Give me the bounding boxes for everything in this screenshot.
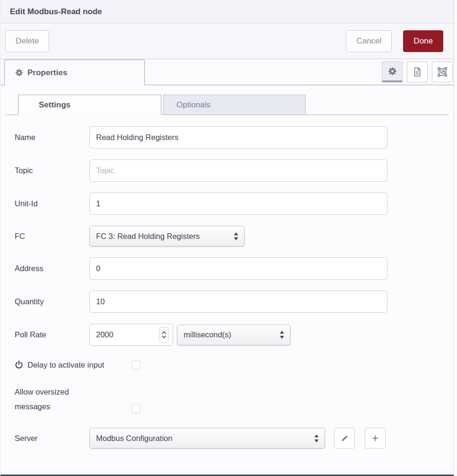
- delay-checkbox[interactable]: [132, 361, 141, 370]
- tab-settings[interactable]: Settings: [18, 95, 161, 115]
- power-icon: [15, 360, 23, 370]
- poll-rate-stepper[interactable]: [159, 327, 169, 343]
- delay-row: Delay to activate input: [15, 360, 454, 370]
- dialog-buttonbar: Delete Cancel Done: [0, 24, 454, 59]
- dialog-header: Edit Modbus-Read node: [0, 0, 454, 24]
- allow-oversized-checkbox[interactable]: [132, 404, 141, 413]
- delay-label: Delay to activate input: [27, 361, 104, 370]
- topic-row: Topic: [15, 159, 454, 182]
- server-select-value: Modbus Configuration: [96, 434, 172, 443]
- tab-optionals-label: Optionals: [176, 100, 211, 110]
- quantity-label: Quantity: [15, 297, 89, 306]
- done-button[interactable]: Done: [403, 30, 443, 52]
- properties-gear-button[interactable]: [382, 62, 403, 82]
- name-row: Name: [15, 126, 454, 149]
- address-input[interactable]: [89, 257, 387, 280]
- unit-id-input[interactable]: [89, 193, 387, 215]
- delete-button[interactable]: Delete: [5, 30, 49, 52]
- editor-tab-buttons: [382, 62, 453, 82]
- gear-icon: [388, 67, 397, 76]
- dialog-title: Edit Modbus-Read node: [10, 7, 102, 17]
- editor-tabs: Properties: [0, 59, 454, 85]
- unit-id-row: Unit-Id: [15, 193, 454, 215]
- select-updown-icon: [314, 434, 319, 442]
- unit-id-label: Unit-Id: [15, 199, 89, 208]
- tab-optionals[interactable]: Optionals: [163, 95, 306, 115]
- tab-properties[interactable]: Properties: [4, 60, 145, 85]
- properties-form: Settings Optionals Name Topic Unit-Id FC…: [0, 85, 454, 449]
- server-label: Server: [15, 434, 89, 443]
- poll-rate-unit-select[interactable]: millisecond(s): [177, 325, 290, 345]
- allow-oversized-row: Allow oversized messages: [15, 385, 454, 414]
- select-updown-icon: [280, 331, 284, 339]
- add-server-button[interactable]: +: [365, 428, 386, 449]
- server-row: Server Modbus Configuration +: [15, 428, 454, 449]
- address-row: Address: [15, 257, 454, 280]
- allow-oversized-label: Allow oversized messages: [15, 385, 132, 414]
- edit-node-tray: Edit Modbus-Read node Delete Cancel Done: [0, 0, 454, 476]
- quantity-row: Quantity: [15, 291, 454, 313]
- name-label: Name: [15, 133, 89, 142]
- fc-row: FC FC 3: Read Holding Registers: [15, 226, 454, 247]
- appearance-icon: [437, 67, 448, 77]
- delay-label-group: Delay to activate input: [15, 360, 132, 370]
- fc-select-value: FC 3: Read Holding Registers: [96, 232, 200, 241]
- topic-input[interactable]: [89, 159, 387, 182]
- settings-subtabs: Settings Optionals: [5, 95, 449, 115]
- allow-oversized-label-line2: messages: [15, 399, 132, 414]
- description-tab-button[interactable]: [407, 62, 428, 82]
- poll-rate-field: [89, 324, 173, 346]
- fc-select[interactable]: FC 3: Read Holding Registers: [89, 226, 245, 247]
- name-input[interactable]: [89, 126, 387, 149]
- document-icon: [412, 67, 422, 77]
- topic-label: Topic: [15, 166, 89, 175]
- address-label: Address: [15, 264, 89, 273]
- quantity-input[interactable]: [89, 291, 387, 313]
- poll-rate-label: Poll Rate: [15, 330, 89, 339]
- allow-oversized-label-line1: Allow oversized: [15, 385, 132, 399]
- poll-rate-row: Poll Rate millisecond(s): [15, 324, 454, 346]
- server-select[interactable]: Modbus Configuration: [89, 428, 325, 449]
- fc-label: FC: [15, 232, 89, 241]
- pencil-icon: [341, 434, 349, 442]
- select-updown-icon: [234, 232, 238, 240]
- gear-icon: [15, 69, 23, 77]
- poll-rate-unit-value: millisecond(s): [184, 330, 231, 339]
- cancel-button[interactable]: Cancel: [346, 30, 392, 52]
- tab-settings-label: Settings: [39, 100, 70, 110]
- plus-icon: +: [372, 432, 378, 445]
- edit-server-button[interactable]: [334, 428, 355, 449]
- appearance-tab-button[interactable]: [432, 62, 453, 82]
- tab-properties-label: Properties: [27, 68, 67, 78]
